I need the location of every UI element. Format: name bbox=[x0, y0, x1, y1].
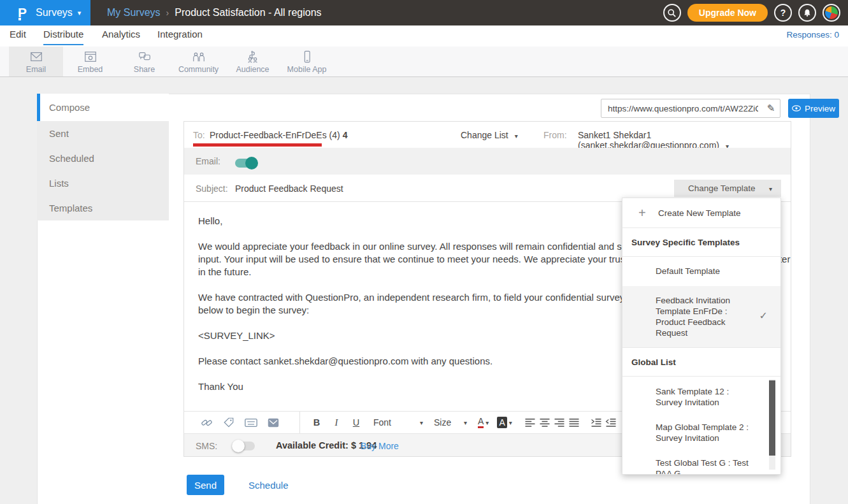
caret-down-icon: ▾ bbox=[509, 419, 512, 426]
underline-button[interactable]: U bbox=[349, 415, 364, 430]
subject-label: Subject: bbox=[196, 184, 228, 194]
questionpro-app: P Surveys ▾ My Surveys › Product Satisfa… bbox=[0, 0, 848, 504]
sidebar-item-lists[interactable]: Lists bbox=[37, 171, 169, 196]
from-label: From: bbox=[543, 130, 567, 140]
channel-share[interactable]: Share bbox=[117, 47, 171, 76]
sidebar-item-sent[interactable]: Sent bbox=[37, 121, 169, 146]
align-left-icon[interactable] bbox=[524, 417, 536, 428]
align-right-icon[interactable] bbox=[554, 417, 565, 428]
upgrade-now-button[interactable]: Upgrade Now bbox=[687, 4, 768, 22]
recipient-underline bbox=[193, 143, 322, 147]
questionpro-logo-icon: P bbox=[18, 6, 27, 19]
subject-value[interactable]: Product Feedback Request bbox=[235, 184, 343, 194]
tab-analytics[interactable]: Analytics bbox=[102, 25, 140, 45]
surveys-product-menu[interactable]: P Surveys ▾ bbox=[0, 0, 90, 25]
channel-embed[interactable]: Embed bbox=[63, 47, 117, 76]
channel-mobile-app[interactable]: Mobile App bbox=[280, 47, 334, 76]
template-item-default[interactable]: Default Template bbox=[622, 257, 780, 286]
tab-integration[interactable]: Integration bbox=[157, 25, 203, 45]
notifications-button[interactable] bbox=[798, 4, 816, 22]
product-name: Surveys bbox=[36, 7, 73, 18]
distribute-channel-bar: Email Embed Share Community Audience Mob… bbox=[0, 47, 848, 77]
survey-url-input[interactable] bbox=[601, 104, 762, 113]
check-icon: ✓ bbox=[759, 310, 768, 321]
caret-down-icon: ▾ bbox=[464, 419, 467, 426]
global-template-list: Sank Template 12 : Survey Invitation Map… bbox=[622, 377, 780, 474]
recipients-row: To: Product-Feedback-EnFrDeEs (4)4 Chang… bbox=[183, 121, 791, 148]
survey-specific-templates-header: Survey Specific Templates bbox=[622, 228, 780, 257]
global-list-header: Global List bbox=[622, 348, 780, 377]
change-template-menu: + Create New Template Survey Specific Te… bbox=[622, 198, 781, 475]
indent-icon[interactable] bbox=[591, 417, 602, 428]
outdent-icon[interactable] bbox=[605, 417, 617, 428]
sidebar-item-compose[interactable]: Compose bbox=[37, 94, 169, 121]
sms-toggle-label: SMS: bbox=[196, 441, 217, 451]
align-justify-icon[interactable] bbox=[568, 417, 580, 428]
edit-url-pencil-icon[interactable]: ✎ bbox=[762, 99, 780, 117]
to-label: To: bbox=[193, 130, 205, 140]
search-button[interactable] bbox=[663, 4, 681, 22]
test-email-icon[interactable] bbox=[268, 418, 279, 428]
background-color-button[interactable]: A▾ bbox=[497, 417, 512, 428]
template-item-map-global-2[interactable]: Map Global Template 2 : Survey Invitatio… bbox=[622, 415, 780, 450]
template-item-sank-12[interactable]: Sank Template 12 : Survey Invitation bbox=[622, 379, 780, 415]
caret-down-icon: ▾ bbox=[515, 133, 518, 140]
caret-down-icon: ▾ bbox=[485, 419, 489, 426]
tab-edit[interactable]: Edit bbox=[10, 25, 26, 45]
create-new-template-item[interactable]: + Create New Template bbox=[622, 198, 780, 228]
font-size-select[interactable]: Size▾ bbox=[434, 417, 467, 428]
text-color-button[interactable]: A▾ bbox=[478, 417, 489, 428]
search-icon bbox=[667, 8, 677, 18]
sidebar-item-scheduled[interactable]: Scheduled bbox=[37, 146, 169, 171]
channel-audience[interactable]: Audience bbox=[226, 47, 280, 76]
breadcrumb-my-surveys[interactable]: My Surveys bbox=[107, 7, 161, 18]
survey-url-box: ✎ bbox=[601, 99, 780, 118]
channel-community[interactable]: Community bbox=[171, 47, 226, 76]
recipient-list-name[interactable]: Product-Feedback-EnFrDeEs (4)4 bbox=[210, 130, 347, 140]
merge-tag-icon[interactable] bbox=[223, 417, 234, 428]
breadcrumb: My Surveys › Product Satisfaction - All … bbox=[107, 0, 322, 25]
plus-icon: + bbox=[638, 206, 650, 220]
template-item-test-global[interactable]: Test Global Test G : Test PAA G bbox=[622, 450, 780, 474]
account-avatar[interactable] bbox=[823, 4, 840, 22]
template-item-selected[interactable]: Feedback Invitation Template EnFrDe : Pr… bbox=[622, 286, 780, 348]
insert-link-icon[interactable] bbox=[201, 417, 213, 429]
survey-tabs: Edit Distribute Analytics Integration Re… bbox=[0, 25, 848, 47]
sms-toggle[interactable] bbox=[233, 442, 255, 450]
caret-down-icon: ▾ bbox=[78, 9, 82, 17]
mobile-app-icon bbox=[299, 50, 315, 64]
schedule-link[interactable]: Schedule bbox=[248, 480, 289, 491]
header-actions: Upgrade Now ? bbox=[663, 0, 840, 25]
tab-distribute[interactable]: Distribute bbox=[43, 25, 83, 45]
email-toggle[interactable] bbox=[235, 159, 257, 168]
embed-icon bbox=[83, 50, 98, 64]
caret-down-icon: ▾ bbox=[420, 419, 423, 426]
community-icon bbox=[191, 50, 206, 64]
buy-more-link[interactable]: Buy More bbox=[361, 441, 399, 451]
preview-button[interactable]: Preview bbox=[788, 99, 839, 118]
italic-button[interactable]: I bbox=[329, 415, 344, 430]
breadcrumb-current-survey: Product Satisfaction - All regions bbox=[175, 7, 321, 18]
sidebar-item-templates[interactable]: Templates bbox=[37, 196, 169, 220]
send-button[interactable]: Send bbox=[187, 475, 224, 495]
email-toggle-label: Email: bbox=[196, 156, 220, 166]
align-center-icon[interactable] bbox=[539, 417, 550, 428]
recipient-count: 4 bbox=[343, 130, 348, 140]
bold-button[interactable]: B bbox=[309, 415, 324, 430]
email-icon bbox=[29, 50, 44, 64]
responses-count[interactable]: Responses: 0 bbox=[786, 25, 839, 45]
change-template-dropdown[interactable]: Change Template▾ bbox=[674, 180, 781, 197]
menu-scrollbar-track[interactable] bbox=[769, 379, 775, 470]
audience-icon bbox=[245, 50, 261, 64]
channel-email[interactable]: Email bbox=[9, 47, 63, 76]
eye-icon bbox=[792, 105, 801, 112]
avatar-logo-icon bbox=[825, 6, 838, 19]
change-list-dropdown[interactable]: Change List▾ bbox=[461, 130, 518, 140]
menu-scrollbar-thumb[interactable] bbox=[769, 380, 775, 456]
keyboard-icon[interactable] bbox=[245, 418, 257, 428]
font-family-select[interactable]: Font▾ bbox=[373, 417, 423, 428]
share-icon bbox=[137, 50, 152, 64]
help-button[interactable]: ? bbox=[774, 4, 792, 22]
email-toggle-row: Email: bbox=[183, 148, 791, 175]
breadcrumb-separator: › bbox=[166, 8, 169, 18]
